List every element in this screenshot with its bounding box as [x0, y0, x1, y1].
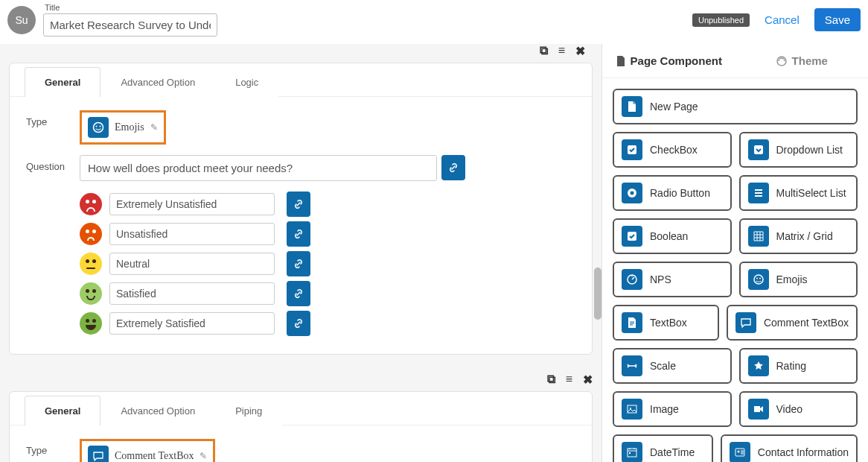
- save-button[interactable]: Save: [814, 8, 861, 31]
- tab-page-component[interactable]: Page Component: [602, 44, 735, 77]
- image-icon: [622, 399, 642, 420]
- page-icon: [616, 55, 626, 67]
- q1-tabs: General Advanced Option Logic: [10, 63, 592, 97]
- component-textbox[interactable]: TextBox: [613, 305, 719, 341]
- menu-icon[interactable]: ≡: [558, 44, 565, 58]
- option-input[interactable]: [109, 253, 275, 275]
- component-label: Comment TextBox: [764, 317, 849, 329]
- component-image[interactable]: Image: [613, 391, 732, 427]
- component-label: New Page: [650, 101, 698, 113]
- component-page[interactable]: New Page: [613, 89, 858, 124]
- tab-general[interactable]: General: [25, 67, 100, 97]
- component-comment[interactable]: Comment TextBox: [727, 305, 858, 341]
- component-label: Dropdown List: [776, 144, 843, 156]
- option-input[interactable]: [109, 223, 275, 245]
- component-label: Contact Information: [758, 446, 849, 458]
- type-value: Comment TextBox: [115, 450, 194, 462]
- component-scale[interactable]: Scale: [613, 348, 732, 384]
- contact-icon: [730, 442, 750, 462]
- emoji-face-3: [80, 282, 102, 305]
- component-list: New Page CheckBox Dropdown List Radio Bu…: [602, 78, 868, 462]
- component-label: Rating: [776, 360, 806, 372]
- component-nps[interactable]: NPS: [613, 262, 732, 297]
- component-radio[interactable]: Radio Button: [613, 175, 732, 211]
- option-row: [80, 221, 575, 247]
- component-list[interactable]: MultiSelect List: [739, 175, 858, 211]
- title-input[interactable]: [43, 13, 217, 37]
- title-label: Title: [45, 3, 217, 12]
- option-input[interactable]: [109, 312, 275, 335]
- emoji-face-2: [80, 253, 102, 275]
- pencil-icon: ✎: [150, 122, 158, 133]
- textbox-icon: [622, 312, 642, 333]
- comment-icon: [88, 446, 109, 462]
- component-label: Radio Button: [650, 187, 710, 199]
- nps-icon: [622, 269, 642, 290]
- emoji-face-0: [80, 193, 102, 215]
- question-card-comment: General Advanced Option Piping Type Comm…: [9, 391, 593, 462]
- video-icon: [748, 399, 769, 420]
- svg-point-2: [100, 126, 101, 127]
- component-dropdown[interactable]: Dropdown List: [739, 132, 858, 168]
- component-contact[interactable]: Contact Information: [721, 434, 858, 462]
- svg-point-12: [759, 278, 761, 279]
- link-button[interactable]: [287, 311, 310, 336]
- tab-general[interactable]: General: [25, 396, 100, 425]
- option-input[interactable]: [109, 282, 275, 305]
- question-input[interactable]: [80, 155, 437, 181]
- link-button[interactable]: [287, 251, 310, 276]
- svg-rect-13: [628, 405, 636, 413]
- type-value: Emojis: [115, 121, 144, 133]
- option-row: [80, 192, 575, 217]
- grid-icon: [748, 226, 769, 247]
- component-rating[interactable]: Rating: [739, 348, 858, 384]
- page-icon: [622, 96, 642, 117]
- component-emoji[interactable]: Emojis: [739, 262, 858, 297]
- svg-point-7: [631, 192, 634, 195]
- copy-icon[interactable]: ⧉: [547, 373, 555, 387]
- link-button[interactable]: [287, 221, 310, 247]
- avatar[interactable]: Su: [7, 6, 36, 34]
- scrollbar-thumb[interactable]: [594, 268, 601, 320]
- close-icon[interactable]: ✖: [583, 373, 593, 387]
- tab-theme[interactable]: Theme: [735, 44, 869, 77]
- component-label: Scale: [650, 360, 676, 372]
- tab-piping[interactable]: Piping: [215, 396, 282, 425]
- question-card-emojis: General Advanced Option Logic Type Emoji…: [9, 63, 593, 355]
- svg-point-1: [96, 126, 98, 127]
- component-label: Video: [776, 403, 803, 415]
- comment-icon: [735, 312, 756, 333]
- svg-rect-5: [754, 145, 763, 154]
- tab-advanced[interactable]: Advanced Option: [100, 67, 215, 97]
- option-input[interactable]: [109, 193, 275, 215]
- component-label: NPS: [650, 273, 671, 285]
- type-label: Type: [26, 439, 80, 456]
- component-video[interactable]: Video: [739, 391, 858, 427]
- menu-icon[interactable]: ≡: [566, 373, 572, 387]
- svg-point-10: [754, 275, 763, 284]
- rating-icon: [748, 355, 769, 376]
- component-label: TextBox: [650, 317, 687, 329]
- link-button[interactable]: [287, 192, 310, 217]
- dropdown-icon: [748, 139, 769, 160]
- cancel-button[interactable]: Cancel: [765, 13, 800, 26]
- link-button[interactable]: [441, 155, 465, 180]
- tab-logic[interactable]: Logic: [215, 67, 278, 97]
- theme-icon: [776, 55, 788, 67]
- component-boolean[interactable]: Boolean: [613, 218, 732, 254]
- link-button[interactable]: [287, 281, 310, 306]
- close-icon[interactable]: ✖: [575, 44, 585, 58]
- component-checkbox[interactable]: CheckBox: [613, 132, 732, 168]
- option-row: [80, 311, 575, 336]
- copy-icon[interactable]: ⧉: [540, 44, 548, 58]
- type-selector-emojis[interactable]: Emojis ✎: [80, 110, 166, 145]
- tab-advanced[interactable]: Advanced Option: [100, 396, 215, 425]
- q2-tabs: General Advanced Option Piping: [10, 392, 592, 425]
- component-datetime[interactable]: DateTime: [613, 434, 713, 462]
- q1-toolbar: ⧉ ≡ ✖: [9, 44, 593, 63]
- type-label: Type: [26, 110, 80, 127]
- component-label: Image: [650, 403, 679, 415]
- component-label: CheckBox: [650, 144, 698, 156]
- component-grid[interactable]: Matrix / Grid: [739, 218, 858, 254]
- type-selector-comment[interactable]: Comment TextBox ✎: [80, 439, 215, 462]
